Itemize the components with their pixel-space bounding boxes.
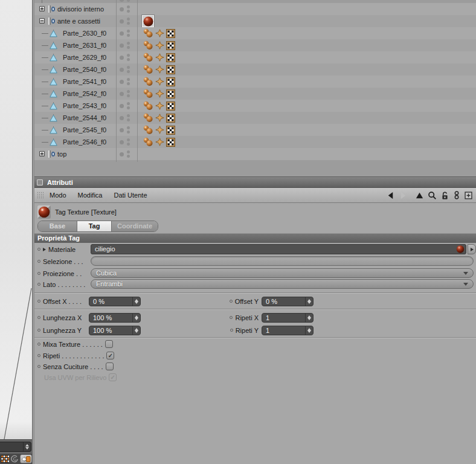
tree-row[interactable]: top [34,148,476,160]
tree-row-label[interactable]: Parte_2545_f0 [63,124,106,136]
editor-visibility-dot[interactable] [127,5,130,8]
uvw-tag-icon[interactable] [155,41,164,50]
editor-visibility-dot[interactable] [127,54,130,57]
tab-coordinate[interactable]: Coordinate [112,221,158,231]
tree-row[interactable]: Parte_2541_f0 [34,76,476,88]
editor-visibility-dot[interactable] [127,150,130,153]
uvw-tag-icon[interactable] [155,65,164,74]
editor-visibility-dot[interactable] [127,30,130,33]
param-dot-icon[interactable] [37,316,40,319]
phong-tag-icon[interactable] [143,28,153,38]
tree-row-label[interactable]: Parte_2544_f0 [63,112,106,124]
tree-row[interactable]: Parte_2546_f0 [34,136,476,148]
texture-tag-icon[interactable] [166,89,175,98]
param-dot-icon[interactable] [37,329,40,332]
mixa-texture-checkbox[interactable] [105,340,113,348]
materiale-field[interactable]: ciliegio [91,244,466,254]
param-dot-icon[interactable] [37,365,40,368]
visibility-dot[interactable] [120,0,124,2]
spinner-arrows-icon[interactable] [23,442,31,451]
layer-dot[interactable] [120,140,124,144]
spinner-arrows-icon[interactable] [305,326,313,335]
layer-dot[interactable] [120,80,124,84]
tree-row[interactable]: divisorio interno [34,3,476,15]
offset-y-spinner[interactable]: 0 % [262,297,314,306]
texture-tag-icon[interactable] [166,138,175,147]
phong-tag-icon[interactable] [143,40,153,50]
tree-row-label[interactable]: Parte_2630_f0 [63,27,106,39]
tree-row-label[interactable]: Parte_2541_f0 [63,76,106,88]
tree-row[interactable]: Parte_2543_f0 [34,100,476,112]
editor-visibility-dot[interactable] [127,18,130,21]
senza-cuciture-checkbox[interactable] [106,362,114,370]
param-dot-icon[interactable] [37,248,40,251]
render-visibility-dot[interactable] [127,106,130,109]
selezione-field[interactable] [91,256,474,266]
add-panel-icon[interactable] [464,191,473,200]
layer-dot[interactable] [120,44,124,48]
arrow-up-icon[interactable] [415,191,424,200]
param-dot-icon[interactable] [37,343,40,346]
editor-visibility-dot[interactable] [127,42,130,45]
offset-x-spinner[interactable]: 0 % [89,297,141,306]
uvw-tag-icon[interactable] [155,53,164,62]
tree-row[interactable]: Parte_2540_f0 [34,63,476,76]
uvw-tag-icon[interactable] [155,114,164,122]
editor-visibility-dot[interactable] [127,90,130,93]
tree-row-label[interactable]: Parte_2629_f0 [63,51,106,63]
layer-dot[interactable] [120,104,124,108]
param-dot-icon[interactable] [37,283,40,286]
ripeti-checkbox[interactable]: ✓ [106,352,114,359]
texture-tag-icon[interactable] [166,53,175,62]
tree-row-label[interactable]: Parte_2543_f0 [63,100,106,112]
editor-visibility-dot[interactable] [127,138,130,141]
search-icon[interactable] [428,191,437,200]
editor-visibility-dot[interactable] [127,126,130,129]
texture-tag-icon[interactable] [166,65,175,74]
spinner-arrows-icon[interactable] [132,297,140,306]
uvw-tag-icon[interactable] [155,102,164,110]
render-visibility-dot[interactable] [127,130,130,134]
phong-tag-icon[interactable] [143,113,153,123]
tree-row[interactable]: Parte_2630_f0 [34,27,476,39]
texture-tag-icon[interactable] [166,126,175,135]
render-visibility-dot[interactable] [127,70,130,73]
layer-dot[interactable] [120,92,124,96]
tab-base[interactable]: Base [38,221,77,231]
layer-dot[interactable] [120,128,124,132]
texture-tag-icon[interactable] [166,114,175,123]
editor-visibility-dot[interactable] [127,78,130,81]
render-visibility-dot[interactable] [127,46,130,49]
expand-plus-icon[interactable] [39,151,45,156]
ripeti-x-spinner[interactable]: 1 [262,313,314,323]
proiezione-dropdown[interactable]: Cubica [91,268,474,278]
phong-tag-icon[interactable] [143,137,153,147]
tree-row-label[interactable]: Parte_2540_f0 [63,63,106,76]
layer-dot[interactable] [120,7,124,11]
link-circles-icon[interactable] [453,190,460,200]
palette-grid-icon[interactable] [1,455,9,463]
param-dot-icon[interactable] [37,272,40,275]
spinner-arrows-icon[interactable] [132,314,140,322]
tree-row[interactable]: Parte_2545_f0 [34,124,476,136]
layer-dot[interactable] [120,56,124,60]
spinner-arrows-icon[interactable] [132,326,140,335]
grip-handle-icon[interactable] [37,192,45,199]
editor-visibility-dot[interactable] [127,102,130,105]
param-dot-icon[interactable] [37,260,40,263]
editor-visibility-dot[interactable] [127,66,130,69]
uvw-tag-icon[interactable] [155,126,164,134]
phong-tag-icon[interactable] [143,101,153,111]
phong-tag-icon[interactable] [143,53,153,62]
material-preview-ball[interactable] [456,245,465,253]
phong-tag-icon[interactable] [143,65,153,74]
render-visibility-dot[interactable] [127,94,130,97]
render-visibility-dot[interactable] [127,34,130,37]
param-dot-icon[interactable] [230,300,233,303]
tree-row-label[interactable]: top [57,148,66,160]
editor-visibility-dot[interactable] [127,114,130,117]
tree-row[interactable]: ante e cassetti [34,15,476,27]
phong-tag-icon[interactable] [143,77,153,86]
render-visibility-dot[interactable] [127,22,130,25]
texture-tag-icon[interactable] [166,29,175,38]
